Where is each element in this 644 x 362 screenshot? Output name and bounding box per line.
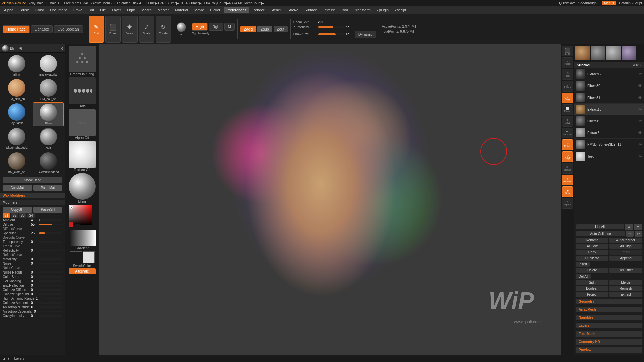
- copy-sh-btn[interactable]: CopySH: [3, 207, 32, 213]
- swatch-bg[interactable]: [75, 224, 80, 228]
- zout-btn[interactable]: Zout: [274, 26, 288, 32]
- paste-sh-btn[interactable]: PasseSH: [33, 207, 62, 213]
- zoom3d-btn[interactable]: 🔍 Zoom3D: [562, 128, 573, 138]
- mat-hair[interactable]: Hair: [33, 127, 64, 150]
- lsym-btn[interactable]: L L.Sym: [562, 81, 573, 92]
- trans-curve-label[interactable]: TransCurve: [3, 244, 30, 248]
- menu-draw[interactable]: Draw: [70, 7, 84, 13]
- subtool-extract12[interactable]: Extract12 👁: [574, 68, 644, 80]
- mat-sketchshaded2[interactable]: SketchShaded2: [1, 127, 32, 150]
- menu-file[interactable]: File: [97, 7, 109, 13]
- show-used-btn[interactable]: Show Used: [3, 177, 62, 183]
- layers-section[interactable]: Layers: [576, 323, 642, 328]
- mat-basicmaterial[interactable]: BasicMaterial: [33, 54, 64, 77]
- copy-btn[interactable]: Copy: [576, 250, 608, 255]
- st-eye-extract5[interactable]: 👁: [638, 131, 642, 135]
- delete-btn[interactable]: Delete: [576, 268, 608, 273]
- ambient-slider[interactable]: [39, 219, 62, 221]
- gxyz-btn[interactable]: G Gxyz: [562, 93, 573, 103]
- m-btn[interactable]: M: [224, 23, 235, 31]
- mat-cloth-sn[interactable]: BM_cloth_sn: [1, 151, 32, 175]
- menu-zplugin[interactable]: Zplugin: [374, 7, 391, 13]
- project-btn[interactable]: Project: [576, 292, 608, 297]
- dynamic-btn[interactable]: Dynamic: [355, 31, 376, 38]
- rename-btn[interactable]: Rename: [576, 238, 608, 243]
- menu-texture[interactable]: Texture: [320, 7, 338, 13]
- menu-preferences[interactable]: Preferences: [224, 7, 249, 13]
- del-other-btn[interactable]: Del Other: [609, 268, 642, 273]
- split-btn[interactable]: Split: [576, 280, 608, 285]
- texture-off-preview[interactable]: [69, 141, 96, 168]
- specular-curve-label[interactable]: SpecularCurve: [3, 236, 30, 239]
- color-picker-gradient[interactable]: [69, 205, 92, 225]
- cavity-slider[interactable]: [39, 315, 62, 317]
- auto-collapse-btn[interactable]: Auto Collapse: [576, 231, 625, 236]
- subtool-fibers19[interactable]: Fibers19 👁: [574, 115, 644, 127]
- persp-btn[interactable]: P Persp: [562, 57, 573, 68]
- zspace-btn[interactable]: Z Zspace: [562, 198, 573, 209]
- colorize-diffuse-slider[interactable]: [39, 289, 62, 291]
- s1-btn[interactable]: S1: [3, 213, 10, 218]
- list-all-btn[interactable]: List All: [576, 224, 624, 229]
- solo-btn[interactable]: ◉ Solo: [562, 186, 573, 197]
- z-intensity-slider[interactable]: [318, 26, 345, 28]
- menu-color[interactable]: Color: [33, 7, 47, 13]
- list-all-up-arrow[interactable]: ▲: [625, 224, 633, 230]
- rotate-strip-btn[interactable]: ↻ Rotate: [562, 139, 573, 150]
- insert-btn[interactable]: Insert: [576, 262, 590, 267]
- menu-movie[interactable]: Movie: [192, 7, 207, 13]
- colorize-ambient-slider[interactable]: [39, 302, 62, 304]
- groomhairlong-preview[interactable]: [69, 46, 96, 72]
- blinn-label[interactable]: Blinn 76: [10, 47, 22, 50]
- frame-btn[interactable]: ⬜ Frame: [562, 104, 573, 115]
- transp-btn[interactable]: ◫ Transp: [562, 163, 573, 174]
- st-eye-extract12[interactable]: 👁: [638, 72, 642, 76]
- mat-toyplastic[interactable]: ToyPlastic: [1, 102, 32, 126]
- noise-curve-label[interactable]: NoiseCurve: [3, 266, 30, 270]
- menu-render[interactable]: Render: [250, 7, 267, 13]
- append-btn[interactable]: Append: [609, 256, 642, 261]
- gel-shading-slider[interactable]: [39, 280, 62, 282]
- move-strip-btn[interactable]: ✥ Move: [562, 116, 573, 127]
- alpha-off-preview[interactable]: Alpha: [69, 109, 96, 136]
- all-high-btn[interactable]: All High: [609, 244, 642, 249]
- paste-btn[interactable]: Paste: [609, 250, 642, 255]
- arraymesh-section[interactable]: ArrayMesh: [576, 307, 642, 312]
- aniso-diffuse-slider[interactable]: [39, 306, 62, 308]
- gradient-preview[interactable]: [69, 230, 96, 246]
- aniso-specular-slider[interactable]: [42, 311, 62, 312]
- menu-surface[interactable]: Surface: [302, 7, 320, 13]
- alternate-btn[interactable]: Alternate: [69, 268, 96, 274]
- subtool-teeth[interactable]: Teeth 👁: [574, 150, 644, 162]
- zadd-btn[interactable]: Zadd: [240, 26, 256, 32]
- home-page-btn[interactable]: Home Page: [3, 25, 30, 33]
- polyf-btn[interactable]: ⬡ PolyF: [562, 151, 573, 162]
- duplicate-btn[interactable]: Duplicate: [576, 256, 608, 261]
- menu-material[interactable]: Material: [172, 7, 191, 13]
- all-low-btn[interactable]: All Low: [576, 244, 608, 249]
- rgb-btn[interactable]: Rgb: [209, 23, 223, 31]
- color-box-light[interactable]: [83, 251, 95, 263]
- menu-stroke[interactable]: Stroke: [285, 7, 301, 13]
- geometry-section[interactable]: Geometry: [576, 299, 642, 304]
- paste-mat-btn[interactable]: PasteMat: [33, 185, 62, 191]
- transparency-slider[interactable]: [39, 241, 62, 243]
- reflectivity-slider[interactable]: [39, 250, 62, 251]
- quick-save[interactable]: QuickSave: [559, 1, 575, 5]
- specular-slider[interactable]: [39, 232, 62, 234]
- floor-btn[interactable]: ⊟ Floor: [562, 69, 573, 80]
- spix-label[interactable]: SPix 2: [632, 63, 641, 67]
- draw-size-slider[interactable]: [318, 33, 345, 35]
- auto-collapse-up-arrow[interactable]: ↪: [626, 231, 634, 237]
- dynamic-strip-btn[interactable]: ⚡ Dynamic: [562, 175, 573, 185]
- bpr-btn[interactable]: ⬛ BPR: [562, 46, 573, 56]
- st-eye-fibers31[interactable]: 👁: [638, 96, 642, 100]
- menu-zscript[interactable]: Zscript: [392, 7, 409, 13]
- env-reflection-slider[interactable]: [39, 285, 62, 286]
- menu-brush[interactable]: Brush: [17, 7, 32, 13]
- noise-radius-slider[interactable]: [39, 272, 62, 273]
- s2-btn[interactable]: S2: [11, 213, 18, 218]
- del-all-btn[interactable]: Del All: [576, 274, 591, 279]
- menu-macro[interactable]: Macro: [139, 7, 154, 13]
- see-through[interactable]: See-through 0: [578, 1, 599, 5]
